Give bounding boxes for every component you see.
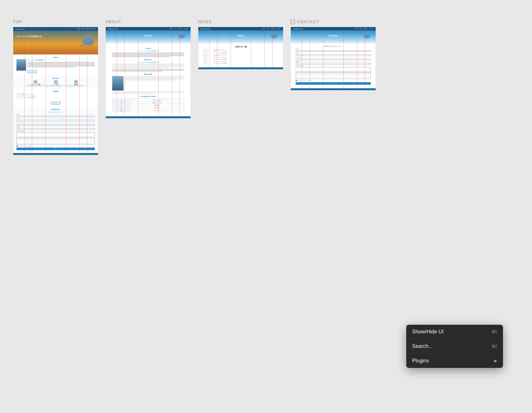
about-hero-title: About bbox=[144, 34, 152, 37]
context-menu-search[interactable]: Search... ⌘/ bbox=[406, 339, 503, 354]
news-nav-links: ABOUT NEWS SERVICE CONTACT bbox=[262, 28, 281, 29]
news-list-table: 2019.03.10 山田商事、新たなメインライン 2019.02.17 新サー… bbox=[203, 49, 278, 64]
table-row: 会社名 有限会社Comparison bbox=[113, 99, 184, 101]
svg-point-4 bbox=[80, 46, 81, 48]
top-preview: Comparison, Inc. ABOUT NEWS SERVICE CONT… bbox=[13, 27, 98, 155]
svg-point-21 bbox=[365, 32, 368, 34]
top-service-section: Service コンサルティング事業 bbox=[13, 75, 98, 89]
search-label: Search... bbox=[412, 343, 433, 349]
top-company-input[interactable] bbox=[16, 120, 95, 121]
svg-line-3 bbox=[80, 44, 84, 47]
top-message-input[interactable] bbox=[16, 132, 95, 137]
table-row: 事業内容 うぃん企てズキなし bbox=[113, 109, 184, 112]
satellite-illustration bbox=[79, 30, 95, 50]
show-hide-ui-shortcut: ⌘\ bbox=[491, 329, 497, 334]
media-icon bbox=[54, 80, 58, 83]
about-nav-logo: Comparison, Inc. bbox=[108, 28, 118, 30]
mission-subtitle: テクノロジーの力を証明する bbox=[112, 61, 184, 63]
consulting-icon bbox=[34, 80, 37, 83]
contact-column: — CONTACT Comparison, Inc. ABOUT NEWS SE… bbox=[291, 19, 376, 91]
top-privacy-text: このプライバシーポリシーオプションは、このプライバシーポリシーオプションは、この… bbox=[16, 138, 95, 144]
news-footer bbox=[198, 67, 283, 69]
message-row bbox=[112, 76, 184, 91]
news-list-row: 2019.07.27 ニュースレター5月号のお知らせ bbox=[203, 59, 278, 60]
message-title: Message bbox=[112, 73, 184, 75]
service-section-title: Service bbox=[16, 77, 95, 79]
news-list-row: 2019.07.07 山田商事、新たなメインライン bbox=[203, 55, 278, 56]
about-footer bbox=[106, 116, 191, 118]
about-nav-links: ABOUT NEWS SERVICE CONTACT bbox=[170, 28, 189, 29]
service-row: コンサルティング事業 メディア事業 bbox=[16, 80, 95, 87]
show-hide-ui-label: Show/Hide UI bbox=[412, 329, 444, 335]
news-list-row: 2019.07.22 ニュースレター5月号のお知らせ bbox=[203, 53, 278, 54]
contact-privacy-checkbox[interactable] bbox=[296, 80, 297, 81]
context-menu: Show/Hide UI ⌘\ Search... ⌘/ Plugins ▶ bbox=[406, 325, 503, 368]
contact-email-input[interactable] bbox=[296, 59, 371, 60]
contact-submit-btn[interactable]: 送信 bbox=[296, 82, 371, 85]
about-column: ABOUT Comparison, Inc. ABOUT NEWS SERVIC… bbox=[105, 19, 191, 119]
nav-links: ABOUT NEWS SERVICE CONTACT bbox=[77, 28, 96, 30]
news-hero-title: News bbox=[237, 34, 244, 37]
table-row: 職員 000,000なし bbox=[113, 107, 184, 109]
company-title: Company Profile bbox=[112, 95, 184, 97]
contact-message-input[interactable] bbox=[296, 67, 371, 72]
svg-point-18 bbox=[272, 32, 275, 34]
news-list-row: 2019.06.17 新サービスリリースのお知らせ bbox=[203, 57, 278, 58]
about-row: テクノロジーの力を証明する もっと見る → bbox=[16, 59, 95, 73]
about-section-title: About bbox=[16, 56, 95, 58]
contact-form: お名前 会社名 メールアドレス 電話番号 お問い合わせ内容 このプライバシーポリ… bbox=[296, 48, 371, 81]
top-phone-input[interactable] bbox=[16, 128, 95, 130]
top-submit-btn[interactable]: 送信 bbox=[16, 148, 95, 150]
contact-privacy-text: このプライバシーポリシーオプションは、このプライバシーポリシーオプションは、この… bbox=[296, 72, 371, 79]
news-label: NEWS bbox=[198, 19, 283, 24]
top-about-section: About テクノロジーの力を証明する もっと見る → bbox=[13, 54, 98, 75]
contact-name-input[interactable] bbox=[296, 50, 371, 52]
news-item: 2019.03 山田商事、新たなメインライン bbox=[16, 93, 95, 95]
plugins-label: Plugins bbox=[412, 358, 429, 364]
main-container: TOP Comparison, Inc. ABOUT NEWS SERVICE bbox=[0, 0, 532, 168]
news-content: お知らせ一覧 2019.03.10 山田商事、新たなメインライン 2019.02… bbox=[198, 43, 283, 67]
top-email-input[interactable] bbox=[16, 124, 95, 126]
top-contact-form: お名前 会社名 メールアドレス 電話番号 お問い合わせ内容 このプライバシーポリ… bbox=[16, 114, 95, 147]
search-shortcut: ⌘/ bbox=[491, 344, 497, 349]
top-column: TOP Comparison, Inc. ABOUT NEWS SERVICE bbox=[13, 19, 98, 155]
contact-label: — CONTACT bbox=[291, 19, 376, 24]
service-item-ads: 広告事業 bbox=[66, 80, 86, 87]
privacy-checkbox[interactable] bbox=[16, 145, 18, 147]
contact-footer bbox=[291, 88, 376, 90]
top-hero: Comparison, Inc. ABOUT NEWS SERVICE CONT… bbox=[13, 27, 98, 54]
about-hero: Comparison, Inc. ABOUT NEWS SERVICE CONT… bbox=[106, 27, 191, 43]
news-list-row: 2019.06.17 新サービスリリースのお知らせ bbox=[203, 61, 278, 62]
svg-rect-6 bbox=[35, 82, 36, 82]
table-row: 代表者 未記載のために表示なし bbox=[113, 101, 184, 104]
hero-title: テクノロジーの力を証明する。 bbox=[16, 35, 44, 38]
mission-title: Mission bbox=[112, 59, 184, 61]
news-item: 2019.02.17 新サービスリリースのお知らせ bbox=[16, 95, 95, 97]
news-list-row: 2019.02.17 新サービスリリースのお知らせ bbox=[203, 51, 278, 53]
news-column: NEWS Comparison, Inc. ABOUT NEWS SERVICE bbox=[198, 19, 283, 70]
about-content: Vision テクノロジーの力を証明する Mission テクノロジーの力を証明… bbox=[106, 43, 191, 114]
about-satellite bbox=[176, 30, 186, 41]
top-name-input[interactable] bbox=[16, 116, 95, 117]
person-photo bbox=[16, 59, 26, 71]
news-list-title: お知らせ一覧 bbox=[203, 46, 278, 48]
contact-nav-logo: Comparison, Inc. bbox=[293, 28, 303, 30]
top-footer bbox=[13, 153, 98, 155]
news-more-btn[interactable]: 一覧を見る → bbox=[51, 102, 60, 104]
news-nav-logo: Comparison, Inc. bbox=[200, 28, 211, 30]
about-preview: Comparison, Inc. ABOUT NEWS SERVICE CONT… bbox=[105, 27, 191, 119]
ads-icon bbox=[74, 80, 78, 83]
top-label: TOP bbox=[13, 19, 98, 24]
context-menu-show-hide-ui[interactable]: Show/Hide UI ⌘\ bbox=[406, 325, 503, 339]
plugins-arrow-icon: ▶ bbox=[494, 359, 497, 363]
contact-satellite bbox=[361, 30, 371, 41]
contact-company-input[interactable] bbox=[296, 54, 371, 56]
service-item-media: メディア事業 bbox=[46, 80, 65, 87]
top-contact-section: CONTACT お気軽にお問い合わせください。 お名前 会社名 メールアドレス … bbox=[13, 107, 98, 153]
news-item: 2019.26 ニュースレター5月号のお知らせ bbox=[16, 97, 95, 98]
context-menu-plugins[interactable]: Plugins ▶ bbox=[406, 354, 503, 368]
about-more-btn[interactable]: もっと見る → bbox=[27, 71, 37, 73]
vision-subtitle: テクノロジーの力を証明する bbox=[112, 50, 184, 52]
ceo-photo bbox=[112, 76, 123, 91]
contact-phone-input[interactable] bbox=[296, 63, 371, 64]
